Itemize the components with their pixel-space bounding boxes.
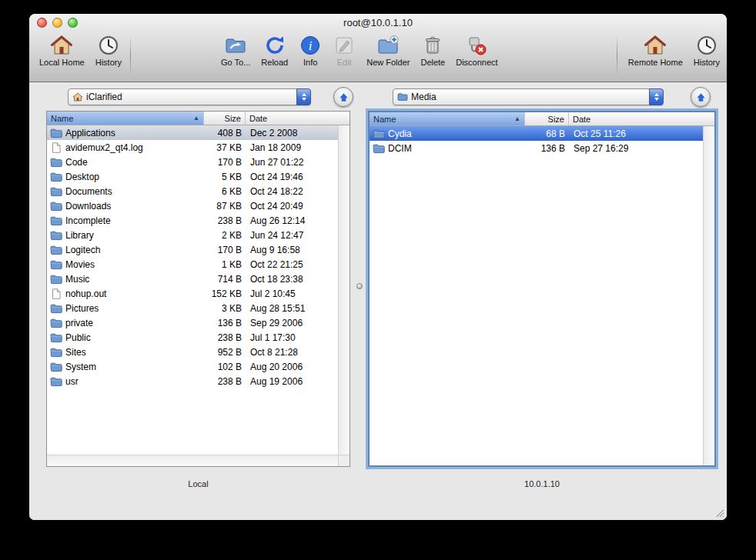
local-up-button[interactable] <box>333 87 353 107</box>
toolbar-group-local: Local Home History <box>34 33 127 68</box>
table-row[interactable]: private 136 B Sep 29 2006 <box>47 315 338 330</box>
table-row[interactable]: Public 238 B Jul 1 17:30 <box>47 330 338 345</box>
name-cell: avidemux2_qt4.log <box>47 142 204 153</box>
name-cell: Logitech <box>47 245 204 255</box>
file-size: 6 KB <box>204 186 246 197</box>
titlebar[interactable]: root@10.0.1.10 <box>29 14 727 31</box>
remote-up-button[interactable] <box>691 87 711 107</box>
table-row[interactable]: Pictures 3 KB Aug 28 15:51 <box>47 301 338 315</box>
name-cell: Incomplete <box>47 215 204 226</box>
table-row[interactable]: Cydia 68 B Oct 25 11:26 <box>370 126 703 141</box>
file-size: 714 B <box>204 274 246 285</box>
remote-path-value: Media <box>411 92 437 102</box>
file-date: Oct 18 23:38 <box>246 274 338 285</box>
delete-button[interactable]: Delete <box>415 33 450 68</box>
file-date: Jun 27 01:22 <box>246 157 338 168</box>
file-name: Downloads <box>65 201 111 212</box>
edit-icon <box>333 34 356 57</box>
file-date: Oct 24 19:46 <box>246 172 338 182</box>
table-row[interactable]: Applications 408 B Dec 2 2008 <box>47 125 338 140</box>
disconnect-button[interactable]: Disconnect <box>450 33 503 68</box>
folder-icon <box>50 362 62 372</box>
column-headers: Name ▲ Size Date <box>47 112 350 125</box>
file-name: Incomplete <box>65 215 111 226</box>
local-path-select[interactable]: iClarified <box>68 88 311 105</box>
file-size: 102 B <box>204 362 246 372</box>
name-cell: private <box>47 318 204 328</box>
table-row[interactable]: Incomplete 238 B Aug 26 12:14 <box>47 213 338 228</box>
table-row[interactable]: Documents 6 KB Oct 24 18:22 <box>47 184 338 198</box>
file-date: Aug 26 12:14 <box>246 215 338 226</box>
file-size: 238 B <box>204 376 246 387</box>
table-row[interactable]: Desktop 5 KB Oct 24 19:46 <box>47 169 338 184</box>
folder-icon <box>373 128 385 139</box>
remote-home-button[interactable]: Remote Home <box>623 33 688 68</box>
folder-icon <box>50 201 62 212</box>
resize-grip[interactable] <box>714 507 724 518</box>
folder-icon <box>50 303 62 314</box>
file-size: 136 B <box>525 143 569 154</box>
table-row[interactable]: usr 238 B Aug 19 2006 <box>47 374 338 388</box>
disconnect-icon <box>465 34 488 57</box>
home-mini-icon <box>72 92 83 102</box>
up-arrow-icon <box>695 92 707 103</box>
table-row[interactable]: Music 714 B Oct 18 23:38 <box>47 272 338 286</box>
file-name: Library <box>65 230 94 241</box>
new-folder-icon <box>376 34 400 57</box>
reload-button[interactable]: Reload <box>256 33 293 68</box>
home-icon <box>644 34 667 57</box>
table-row[interactable]: System 102 B Aug 20 2006 <box>47 359 338 374</box>
table-row[interactable]: Movies 1 KB Oct 22 21:25 <box>47 257 338 272</box>
info-button[interactable]: i Info <box>293 33 327 68</box>
toolbar-group-actions: Go To... Reload i Info Edit <box>216 33 503 68</box>
file-size: 2 KB <box>204 230 246 241</box>
table-row[interactable]: DCIM 136 B Sep 27 16:29 <box>370 141 703 155</box>
table-row[interactable]: Downloads 87 KB Oct 24 20:49 <box>47 198 338 213</box>
column-header-date[interactable]: Date <box>246 112 350 125</box>
horizontal-scrollbar[interactable] <box>47 455 338 466</box>
column-header-size[interactable]: Size <box>525 112 569 125</box>
file-name: Music <box>65 274 89 285</box>
toolbar-label: Reload <box>261 58 288 67</box>
home-icon <box>50 34 73 57</box>
table-row[interactable]: Sites 952 B Oct 8 21:28 <box>47 345 338 359</box>
file-name: private <box>65 318 93 328</box>
pane-divider-handle[interactable] <box>356 283 363 289</box>
table-row[interactable]: Library 2 KB Jun 24 12:47 <box>47 228 338 242</box>
table-row[interactable]: Code 170 B Jun 27 01:22 <box>47 155 338 169</box>
table-row[interactable]: Logitech 170 B Aug 9 16:58 <box>47 242 338 257</box>
remote-path-select[interactable]: Media <box>393 88 664 105</box>
file-date: Jul 1 17:30 <box>246 332 338 343</box>
file-date: Sep 29 2006 <box>246 318 338 328</box>
file-name: Documents <box>65 186 112 197</box>
column-header-name[interactable]: Name ▲ <box>370 112 525 125</box>
table-row[interactable]: nohup.out 152 KB Jul 2 10:45 <box>47 286 338 301</box>
vertical-scrollbar[interactable] <box>703 126 714 465</box>
toolbar-separator <box>130 35 131 75</box>
column-header-size[interactable]: Size <box>204 112 246 125</box>
folder-icon <box>50 128 62 138</box>
local-history-button[interactable]: History <box>90 33 127 68</box>
vertical-scrollbar[interactable] <box>338 125 350 455</box>
file-size: 152 KB <box>204 288 246 299</box>
column-header-date[interactable]: Date <box>569 112 714 125</box>
goto-button[interactable]: Go To... <box>216 33 256 68</box>
file-size: 5 KB <box>204 172 246 182</box>
new-folder-button[interactable]: New Folder <box>361 33 415 68</box>
app-window: root@10.0.1.10 Local Home History <box>29 14 727 520</box>
column-label: Size <box>548 115 564 124</box>
clock-icon <box>695 34 718 57</box>
remote-history-button[interactable]: History <box>688 33 725 68</box>
file-name: Applications <box>65 128 115 138</box>
file-date: Aug 28 15:51 <box>246 303 338 314</box>
file-size: 1 KB <box>204 259 246 270</box>
file-size: 3 KB <box>204 303 246 314</box>
goto-folder-icon <box>224 34 247 57</box>
local-home-button[interactable]: Local Home <box>34 33 90 68</box>
column-header-name[interactable]: Name ▲ <box>47 112 204 125</box>
file-size: 68 B <box>525 128 569 139</box>
table-row[interactable]: avidemux2_qt4.log 37 KB Jan 18 2009 <box>47 140 338 155</box>
name-cell: Code <box>47 157 204 168</box>
folder-icon <box>50 347 62 358</box>
edit-button[interactable]: Edit <box>327 33 361 68</box>
